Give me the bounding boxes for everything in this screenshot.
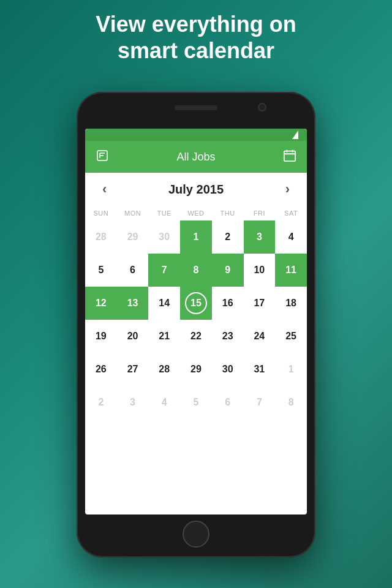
calendar-day[interactable]: 30 <box>212 353 244 386</box>
calendar-week-row: 2829301234 <box>85 221 307 254</box>
calendar-day[interactable]: 3 <box>244 221 276 254</box>
day-header-fri: FRI <box>244 206 276 221</box>
calendar-day[interactable]: 14 <box>148 287 180 320</box>
calendar-day[interactable]: 28 <box>148 353 180 386</box>
calendar-day[interactable]: 12 <box>85 287 117 320</box>
calendar-day[interactable]: 19 <box>85 320 117 353</box>
calendar-day[interactable]: 8 <box>275 386 307 419</box>
headline-line1: View everything on <box>96 12 296 37</box>
phone-camera <box>258 103 266 111</box>
calendar-day[interactable]: 7 <box>244 386 276 419</box>
calendar-week-row: 2627282930311 <box>85 353 307 386</box>
calendar-day[interactable]: 29 <box>180 353 212 386</box>
calendar-day[interactable]: 26 <box>85 353 117 386</box>
calendar-day[interactable]: 9 <box>212 254 244 287</box>
back-button[interactable] <box>92 150 112 164</box>
calendar-grid: SUNMONTUEWEDTHUFRISAT 282930123456789101… <box>85 206 307 419</box>
calendar-day[interactable]: 4 <box>275 221 307 254</box>
calendar-day[interactable]: 4 <box>148 386 180 419</box>
calendar-day[interactable]: 17 <box>244 287 276 320</box>
calendar-header: ‹ July 2015 › <box>85 173 307 206</box>
headline: View everything on smart calendar <box>0 11 392 64</box>
calendar-day[interactable]: 16 <box>212 287 244 320</box>
calendar-day[interactable]: 5 <box>180 386 212 419</box>
phone-body: All Jobs ‹ July 2015 › <box>77 92 315 557</box>
calendar-week-row: 19202122232425 <box>85 320 307 353</box>
headline-line2: smart calendar <box>118 38 274 63</box>
calendar-day[interactable]: 6 <box>117 254 149 287</box>
calendar-day[interactable]: 18 <box>275 287 307 320</box>
calendar-day[interactable]: 8 <box>180 254 212 287</box>
calendar-day[interactable]: 2 <box>85 386 117 419</box>
day-header-sat: SAT <box>275 206 307 221</box>
calendar-week-row: 567891011 <box>85 254 307 287</box>
svg-rect-4 <box>284 151 295 160</box>
calendar-day[interactable]: 2 <box>212 221 244 254</box>
calendar-day[interactable]: 30 <box>148 221 180 254</box>
calendar-day[interactable]: 31 <box>244 353 276 386</box>
day-header-wed: WED <box>180 206 212 221</box>
calendar-day[interactable]: 24 <box>244 320 276 353</box>
phone: All Jobs ‹ July 2015 › <box>77 92 315 557</box>
app-bar: All Jobs <box>85 141 307 173</box>
calendar-day[interactable]: 28 <box>85 221 117 254</box>
calendar-day[interactable]: 7 <box>148 254 180 287</box>
day-header-mon: MON <box>117 206 149 221</box>
prev-month-button[interactable]: ‹ <box>97 181 111 197</box>
calendar-week-row: 12131415161718 <box>85 287 307 320</box>
calendar-day[interactable]: 11 <box>275 254 307 287</box>
calendar-day[interactable]: 3 <box>117 386 149 419</box>
status-bar <box>85 129 307 141</box>
day-header-sun: SUN <box>85 206 117 221</box>
calendar-day[interactable]: 23 <box>212 320 244 353</box>
phone-speaker <box>175 105 217 110</box>
calendar-day[interactable]: 10 <box>244 254 276 287</box>
calendar-day[interactable]: 25 <box>275 320 307 353</box>
next-month-button[interactable]: › <box>281 181 295 197</box>
calendar-day[interactable]: 5 <box>85 254 117 287</box>
calendar-day-headers: SUNMONTUEWEDTHUFRISAT <box>85 206 307 221</box>
phone-screen: All Jobs ‹ July 2015 › <box>85 129 307 514</box>
calendar-day[interactable]: 6 <box>212 386 244 419</box>
calendar-day[interactable]: 15 <box>180 287 212 320</box>
calendar-day[interactable]: 22 <box>180 320 212 353</box>
calendar-day[interactable]: 20 <box>117 320 149 353</box>
calendar-icon-right[interactable] <box>280 149 300 165</box>
calendar-day[interactable]: 1 <box>275 353 307 386</box>
day-header-tue: TUE <box>148 206 180 221</box>
calendar-day[interactable]: 29 <box>117 221 149 254</box>
calendar-day[interactable]: 1 <box>180 221 212 254</box>
calendar-week-row: 2345678 <box>85 386 307 419</box>
calendar-day[interactable]: 21 <box>148 320 180 353</box>
app-bar-title: All Jobs <box>112 151 280 164</box>
calendar-day[interactable]: 13 <box>117 287 149 320</box>
calendar-day[interactable]: 27 <box>117 353 149 386</box>
calendar-month-label: July 2015 <box>168 183 224 197</box>
day-header-thu: THU <box>212 206 244 221</box>
home-button[interactable] <box>183 521 209 548</box>
calendar: ‹ July 2015 › SUNMONTUEWEDTHUFRISAT 2829… <box>85 173 307 419</box>
signal-icon <box>292 130 298 139</box>
